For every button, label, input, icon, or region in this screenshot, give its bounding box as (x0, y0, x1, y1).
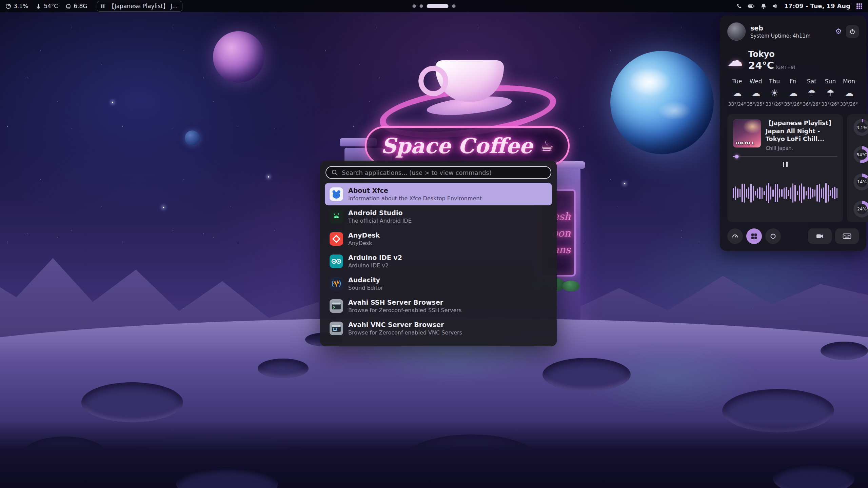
pause-icon (101, 3, 105, 9)
weather-cloud-icon: ☁ (727, 53, 743, 68)
keyboard-icon (843, 233, 851, 240)
app-title: Avahi SSH Server Browser (348, 299, 461, 307)
album-art[interactable]: TOKYO L (733, 119, 761, 148)
weather-city: Tokyo (748, 49, 795, 59)
music-player-card: TOKYO L 【Japanese Playlist】 Japan All Ni… (727, 114, 843, 222)
avatar[interactable] (727, 22, 746, 41)
notification-bell-icon[interactable] (761, 3, 767, 9)
memory-gauge-value: 14% (850, 174, 868, 190)
settings-button[interactable]: ⚙ (835, 27, 842, 36)
anydesk-icon (330, 232, 343, 246)
forecast-day[interactable]: Sun ☂ 33°/26° (821, 78, 840, 107)
crater (81, 382, 183, 422)
cpu-gauge[interactable]: 3.1% (850, 119, 868, 136)
performance-button[interactable] (727, 228, 743, 244)
weather-forecast: Tue ☁ 33°/24° Wed ☁ 35°/25° Thu ☀ 33°/26… (728, 78, 858, 107)
app-subtitle: The official Android IDE (348, 218, 412, 224)
forecast-day-label: Sat (803, 78, 821, 85)
keyboard-button[interactable] (835, 228, 859, 244)
album-art-text: TOKYO L (735, 141, 754, 145)
memory-gauge[interactable]: 14% (850, 174, 868, 190)
app-subtitle: Browse for Zeroconf-enabled SSH Servers (348, 307, 461, 313)
track-artist: Chill Japan. (766, 145, 837, 151)
forecast-day[interactable]: Thu ☀ 33°/26° (765, 78, 784, 107)
search-icon (331, 169, 338, 176)
now-playing-widget[interactable]: 【Japanese Playlist】 J... (97, 1, 182, 12)
neon-sign: Space Coffee ☕ (365, 126, 570, 165)
panel-quick-actions (727, 228, 859, 244)
purple-planet (213, 31, 264, 83)
arduino-icon (330, 255, 343, 268)
star-glint (163, 207, 164, 208)
temperature-gauge[interactable]: 54°C (850, 146, 868, 163)
seek-bar[interactable] (733, 156, 837, 157)
launcher-item[interactable]: Arduino IDE v2 Arduino IDE v2 (325, 250, 552, 272)
forecast-day[interactable]: Tue ☁ 33°/24° (728, 78, 746, 107)
coffee-cup-icon: ☕ (540, 137, 553, 155)
star-glint (624, 183, 625, 184)
launcher-item[interactable]: About Xfce Information about the Xfce De… (325, 183, 552, 205)
weather-temp: 24°C (748, 60, 774, 71)
app-title: Android Studio (348, 209, 412, 217)
android-studio-icon (330, 210, 343, 223)
cloud-icon: ☁ (840, 88, 858, 98)
workspace-dot[interactable] (420, 4, 423, 8)
umbrella-icon: ☂ (821, 88, 840, 98)
workspace-indicator (413, 4, 456, 8)
workspace-active-pill[interactable] (427, 4, 449, 8)
track-title: 【Japanese Playlist】 Japan All Night - To… (766, 119, 837, 143)
forecast-day[interactable]: Wed ☁ 35°/25° (747, 78, 765, 107)
search-bar[interactable] (326, 166, 551, 179)
temp-value: 54°C (44, 3, 58, 9)
system-gauges: 3.1% 54°C 14% 24% (847, 114, 868, 222)
forecast-day[interactable]: Sat ☂ 36°/26° (803, 78, 821, 107)
star-glint (268, 176, 269, 178)
app-subtitle: Browse for Zeroconf-enabled VNC Servers (348, 329, 462, 336)
launcher-item[interactable]: AnyDesk AnyDesk (325, 228, 552, 250)
workspace-dot[interactable] (413, 4, 416, 8)
forecast-day[interactable]: Fri ☁ 35°/26° (784, 78, 802, 107)
memory-value: 6.8G (74, 3, 87, 9)
phone-icon[interactable] (736, 3, 742, 9)
launcher-item[interactable]: Avahi SSH Server Browser Browse for Zero… (325, 295, 552, 317)
forecast-day-label: Mon (840, 78, 858, 85)
video-camera-icon (816, 233, 824, 240)
launcher-item[interactable]: Audacity Sound Editor (325, 272, 552, 295)
cpu-indicator[interactable]: 3.1% (5, 3, 28, 9)
battery-icon[interactable] (748, 3, 755, 9)
forecast-temps: 35°/25° (747, 101, 765, 107)
volume-icon[interactable] (772, 3, 778, 9)
crater (542, 358, 631, 391)
gear-icon: ⚙ (835, 27, 842, 36)
seek-knob[interactable] (735, 155, 739, 158)
apps-grid-button[interactable] (746, 228, 762, 244)
disk-gauge[interactable]: 24% (850, 201, 868, 218)
overview-button[interactable] (765, 228, 781, 244)
user-name: seb (750, 24, 811, 32)
search-input[interactable] (342, 169, 546, 176)
memory-chip-icon (65, 3, 71, 9)
earth-planet (610, 51, 714, 154)
memory-indicator[interactable]: 6.8G (65, 3, 87, 9)
thermometer-icon (36, 3, 41, 9)
temp-indicator[interactable]: 54°C (36, 3, 58, 9)
weather-current[interactable]: ☁ Tokyo 24°C(GMT+9) (727, 49, 859, 71)
app-grid-icon[interactable] (856, 3, 863, 9)
app-title: Audacity (348, 276, 383, 284)
clock[interactable]: 17:09 - Tue, 19 Aug (784, 3, 850, 9)
topbar-right: 17:09 - Tue, 19 Aug (736, 3, 863, 9)
launcher-item[interactable]: Avahi VNC Server Browser Browse for Zero… (325, 317, 552, 340)
crater (821, 342, 868, 360)
pause-button[interactable] (733, 162, 837, 167)
workspace-dot[interactable] (452, 4, 456, 8)
cpu-gauge-value: 3.1% (850, 119, 868, 136)
power-button[interactable] (846, 25, 859, 38)
forecast-temps: 36°/26° (803, 101, 821, 107)
forecast-day[interactable]: Mon ☁ 33°/26° (840, 78, 858, 107)
small-moon (185, 130, 200, 145)
now-playing-label: 【Japanese Playlist】 J... (108, 2, 178, 10)
forecast-day-label: Thu (765, 78, 784, 85)
avahi-ssh-icon (330, 299, 343, 313)
launcher-item[interactable]: Android Studio The official Android IDE (325, 205, 552, 228)
video-button[interactable] (808, 228, 832, 244)
